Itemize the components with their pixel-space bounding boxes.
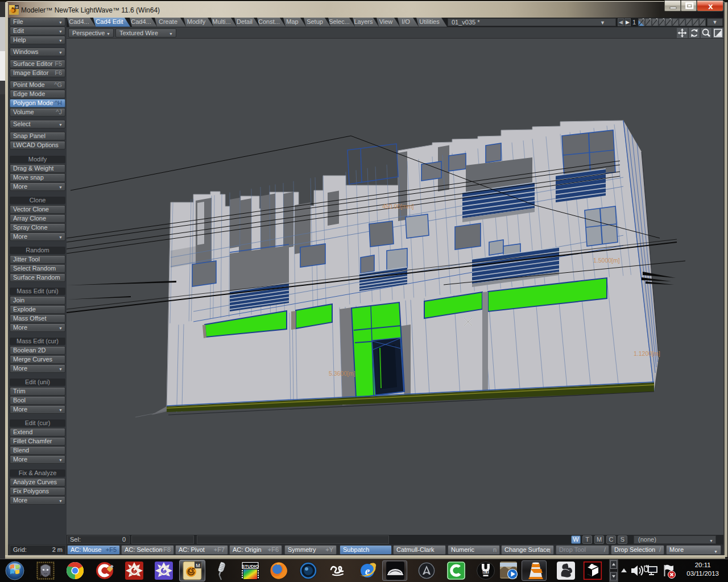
svg-text:M: M [15,6,18,9]
svg-text:BLE: BLE [483,571,489,574]
svg-text:450.00[mm]: 450.00[mm] [382,203,414,210]
svg-text:M: M [196,563,200,568]
svg-text:STUDIO: STUDIO [242,564,259,569]
svg-text:1.1200[m]: 1.1200[m] [634,350,660,357]
svg-text:1.5000[m]: 1.5000[m] [593,257,620,264]
svg-text:x: x [708,1,713,11]
svg-text:5.3600[m]: 5.3600[m] [329,370,355,377]
